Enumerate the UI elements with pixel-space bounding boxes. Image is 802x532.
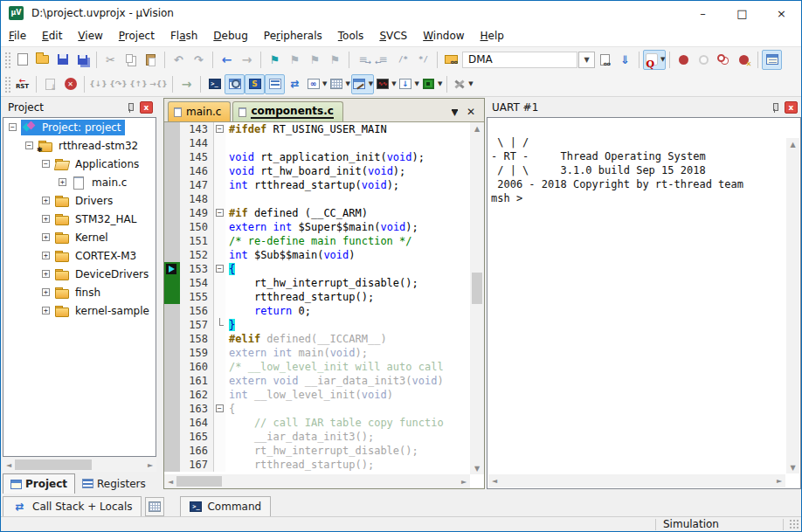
editor-margin[interactable] xyxy=(164,416,180,430)
reset-button[interactable] xyxy=(12,74,32,94)
fold-collapse-icon[interactable]: − xyxy=(216,125,224,133)
tree-expander-icon[interactable]: + xyxy=(42,233,50,241)
step-button[interactable] xyxy=(88,74,108,94)
sidebar-item-rtthread-stm32[interactable]: −✱rtthread-stm32 xyxy=(3,136,156,155)
scroll-up-icon[interactable]: ▲ xyxy=(470,122,484,135)
tree-expander-icon[interactable]: + xyxy=(42,252,50,259)
tree-expander-icon[interactable]: − xyxy=(25,142,33,149)
tab-components-c[interactable]: components.c xyxy=(232,101,342,121)
search-combo[interactable]: DMA xyxy=(462,52,577,68)
tab-main-c[interactable]: main.c xyxy=(168,101,231,121)
editor-margin[interactable] xyxy=(164,122,180,136)
project-hscrollbar[interactable]: ◄ ► xyxy=(3,458,156,472)
editor-margin[interactable] xyxy=(164,360,180,374)
editor-margin[interactable] xyxy=(164,444,180,458)
uncomment-selection-button[interactable] xyxy=(413,50,433,70)
maximize-button[interactable]: □ xyxy=(722,1,762,25)
sidebar-item-stm32-hal[interactable]: +STM32_HAL xyxy=(3,210,156,228)
scroll-thumb[interactable] xyxy=(472,273,482,304)
navigate-forward-button[interactable] xyxy=(237,50,257,70)
uart-vscrollbar[interactable]: ▲ ▼ xyxy=(786,138,799,473)
stop-debug-button[interactable] xyxy=(60,74,80,94)
editor-margin[interactable] xyxy=(164,150,180,164)
scroll-left-icon[interactable]: ◄ xyxy=(3,458,15,472)
tab-project[interactable]: Project xyxy=(3,473,75,494)
scroll-up-icon[interactable]: ▲ xyxy=(786,138,799,150)
sidebar-item-finsh[interactable]: +finsh xyxy=(3,283,156,301)
menu-edit[interactable]: Edit xyxy=(34,26,70,45)
registers-window-button[interactable] xyxy=(265,74,285,94)
tree-expander-icon[interactable]: − xyxy=(42,160,50,168)
analysis-window-dropdown-icon[interactable]: ▼ xyxy=(391,80,396,87)
editor-margin[interactable] xyxy=(164,430,180,444)
tree-expander-icon[interactable]: + xyxy=(42,197,50,204)
tree-expander-icon[interactable]: + xyxy=(42,215,50,223)
toolbar-grip[interactable] xyxy=(3,75,10,93)
find-in-files-button[interactable] xyxy=(441,50,461,70)
call-stack-tab[interactable]: Call Stack + Locals xyxy=(3,496,142,517)
editor-margin[interactable] xyxy=(164,248,180,262)
memory-window-dropdown-icon[interactable]: ▼ xyxy=(345,80,349,87)
scroll-right-icon[interactable]: ► xyxy=(144,458,156,472)
command-tab[interactable]: Command xyxy=(180,496,271,517)
uart-panel-close-icon[interactable]: x xyxy=(785,101,798,114)
incremental-find-button[interactable] xyxy=(615,50,635,70)
watch-window-dropdown-icon[interactable]: ▼ xyxy=(322,80,327,87)
resize-grip[interactable] xyxy=(789,519,799,529)
toolbox-button[interactable]: ▼ xyxy=(451,74,474,94)
show-next-statement-button[interactable] xyxy=(40,74,60,94)
menu-help[interactable]: Help xyxy=(473,26,512,45)
scroll-left-icon[interactable]: ◄ xyxy=(164,474,176,488)
uart-console[interactable]: \ | / - RT - Thread Operating System / |… xyxy=(487,117,801,489)
editor-margin[interactable] xyxy=(164,402,180,416)
editor-margin[interactable] xyxy=(164,332,180,346)
editor-margin[interactable] xyxy=(164,276,180,290)
serial-window-dropdown-icon[interactable]: ▼ xyxy=(369,80,373,87)
next-bookmark-button[interactable] xyxy=(285,50,305,70)
kill-all-breakpoints-button[interactable] xyxy=(734,50,754,70)
sidebar-item-cortex-m3[interactable]: +CORTEX-M3 xyxy=(3,246,156,265)
new-file-button[interactable] xyxy=(12,50,32,70)
enable-disable-breakpoint-button[interactable] xyxy=(694,50,714,70)
save-all-button[interactable] xyxy=(73,50,93,70)
project-tree[interactable]: −Project: project−✱rtthread-stm32−Applic… xyxy=(3,117,156,457)
editor-vscrollbar[interactable]: ▲ ▼ xyxy=(470,122,484,474)
editor-margin[interactable] xyxy=(164,374,180,388)
paste-button[interactable] xyxy=(141,50,161,70)
menu-svcs[interactable]: SVCS xyxy=(371,26,415,45)
indent-button[interactable] xyxy=(353,50,373,70)
sidebar-item-kernel[interactable]: +Kernel xyxy=(3,228,156,246)
editor-margin[interactable] xyxy=(164,234,180,248)
fold-collapse-icon[interactable]: − xyxy=(216,265,224,273)
tree-expander-icon[interactable]: + xyxy=(59,178,66,186)
editor-margin[interactable] xyxy=(164,388,180,402)
toolbox-dropdown-icon[interactable]: ▼ xyxy=(468,80,473,87)
editor-margin[interactable] xyxy=(164,220,180,234)
tree-expander-icon[interactable]: + xyxy=(42,307,50,314)
menu-tools[interactable]: Tools xyxy=(330,26,372,45)
toolbar-grip[interactable] xyxy=(3,51,10,68)
tree-expander-icon[interactable]: − xyxy=(9,123,17,131)
watch-window-button[interactable]: ▼ xyxy=(305,74,328,94)
tree-expander-icon[interactable]: + xyxy=(42,270,50,278)
editor-margin[interactable] xyxy=(164,206,180,220)
comment-selection-button[interactable] xyxy=(393,50,413,70)
scroll-left-icon[interactable]: ◄ xyxy=(488,474,501,487)
editor-margin[interactable] xyxy=(164,304,180,318)
step-over-button[interactable] xyxy=(108,74,128,94)
menu-window[interactable]: Window xyxy=(415,26,472,45)
sidebar-item-devicedrivers[interactable]: +DeviceDrivers xyxy=(3,265,156,283)
uart-hscrollbar[interactable]: ◄ ► xyxy=(488,474,785,487)
menu-flash[interactable]: Flash xyxy=(162,26,205,45)
find-in-documents-button[interactable] xyxy=(595,50,615,70)
scroll-down-icon[interactable]: ▼ xyxy=(786,461,799,473)
menu-file[interactable]: File xyxy=(1,26,34,45)
search-combo-dropdown[interactable]: ▼ xyxy=(578,52,595,68)
editor-margin[interactable] xyxy=(164,458,180,472)
save-button[interactable] xyxy=(52,50,73,70)
menu-view[interactable]: View xyxy=(70,26,110,45)
project-window-button[interactable] xyxy=(762,50,782,70)
fold-collapse-icon[interactable]: − xyxy=(216,404,224,412)
insert-breakpoint-button[interactable] xyxy=(674,50,694,70)
minimize-button[interactable]: – xyxy=(683,1,722,25)
